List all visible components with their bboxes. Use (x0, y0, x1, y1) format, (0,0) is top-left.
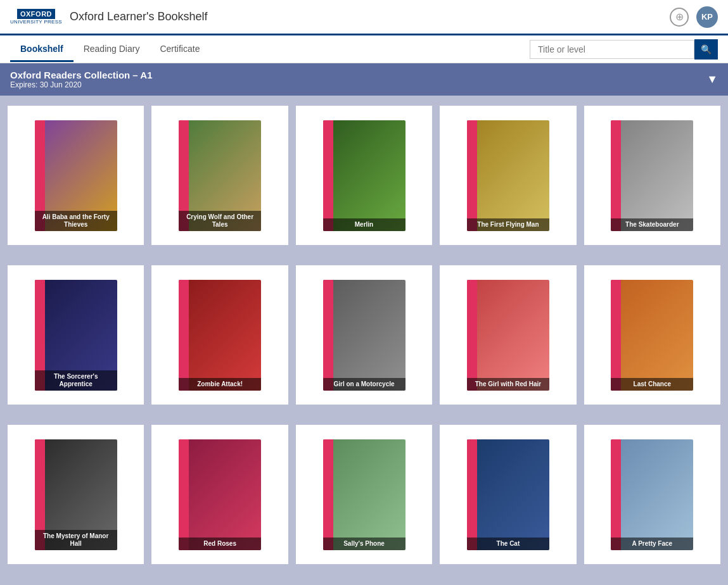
book-cover-ali-baba: Ali Baba and the Forty Thieves (35, 120, 117, 231)
book-row-1: The Sorcerer's ApprenticeZombie Attack!G… (0, 255, 728, 415)
header-icons: ⊕ KP (670, 6, 718, 28)
book-card-cat[interactable]: The Cat (440, 425, 576, 564)
book-title-sally: Sally's Phone (323, 538, 406, 550)
book-title-last-chance: Last Chance (611, 378, 693, 391)
book-cover-flying-man: The First Flying Man (467, 120, 549, 231)
book-title-pretty-face: A Pretty Face (611, 538, 693, 550)
collapse-button[interactable]: ▼ (706, 73, 718, 86)
book-spine-roses (179, 439, 189, 550)
book-title-sorcerer: The Sorcerer's Apprentice (35, 370, 117, 391)
tab-certificate[interactable]: Certificate (150, 37, 210, 62)
book-spine-last-chance (611, 280, 621, 391)
book-cover-skateboarder: The Skateboarder (611, 120, 693, 231)
book-card-sorcerer[interactable]: The Sorcerer's Apprentice (8, 265, 144, 405)
book-card-flying-man[interactable]: The First Flying Man (440, 106, 576, 245)
user-avatar[interactable]: KP (696, 6, 718, 28)
book-spine-pretty-face (611, 439, 621, 550)
tab-bookshelf[interactable]: Bookshelf (10, 37, 73, 62)
book-cover-cat: The Cat (467, 439, 549, 550)
book-title-flying-man: The First Flying Man (467, 218, 549, 231)
book-card-ali-baba[interactable]: Ali Baba and the Forty Thieves (8, 106, 144, 245)
book-card-last-chance[interactable]: Last Chance (584, 265, 720, 405)
nav-tabs: Bookshelf Reading Diary Certificate 🔍 (0, 35, 728, 63)
book-cover-mystery: The Mystery of Manor Hall (35, 439, 117, 550)
book-spine-motorcycle (323, 280, 333, 391)
collection-info: Oxford Readers Collection – A1 Expires: … (10, 70, 153, 89)
book-card-crying-wolf[interactable]: Crying Wolf and Other Tales (151, 106, 288, 245)
book-cover-crying-wolf: Crying Wolf and Other Tales (179, 120, 261, 231)
collection-banner: Oxford Readers Collection – A1 Expires: … (0, 63, 728, 96)
book-cover-roses: Red Roses (179, 439, 261, 550)
book-spine-red-hair (467, 280, 477, 391)
book-spine-cat (467, 439, 477, 550)
book-card-merlin[interactable]: Merlin (296, 106, 432, 245)
book-card-mystery[interactable]: The Mystery of Manor Hall (8, 425, 144, 564)
book-title-roses: Red Roses (179, 538, 261, 550)
search-area: 🔍 (530, 39, 718, 60)
book-row-0: Ali Baba and the Forty ThievesCrying Wol… (0, 96, 728, 255)
book-spine-merlin (323, 120, 333, 231)
book-card-zombie[interactable]: Zombie Attack! (151, 265, 288, 405)
books-container: Ali Baba and the Forty ThievesCrying Wol… (0, 96, 728, 574)
oxford-logo: OXFORD UNIVERSITY PRESS (10, 9, 62, 25)
book-cover-pretty-face: A Pretty Face (611, 439, 693, 550)
book-card-red-hair[interactable]: The Girl with Red Hair (440, 265, 576, 405)
book-spine-zombie (179, 280, 189, 391)
logo-press: UNIVERSITY PRESS (10, 19, 62, 25)
book-title-crying-wolf: Crying Wolf and Other Tales (179, 211, 261, 231)
book-title-motorcycle: Girl on a Motorcycle (323, 378, 406, 391)
book-spine-skateboarder (611, 120, 621, 231)
search-button[interactable]: 🔍 (694, 39, 718, 60)
book-spine-flying-man (467, 120, 477, 231)
book-title-ali-baba: Ali Baba and the Forty Thieves (35, 211, 117, 231)
book-title-merlin: Merlin (323, 218, 406, 231)
book-spine-sally (323, 439, 333, 550)
book-row-2: The Mystery of Manor HallRed RosesSally'… (0, 415, 728, 574)
app-title: Oxford Learner's Bookshelf (70, 10, 670, 23)
book-cover-merlin: Merlin (323, 120, 406, 231)
logo-oxford: OXFORD (17, 9, 55, 19)
book-cover-sally: Sally's Phone (323, 439, 406, 550)
book-title-skateboarder: The Skateboarder (611, 218, 693, 231)
book-cover-zombie: Zombie Attack! (179, 280, 261, 391)
search-input[interactable] (530, 40, 694, 59)
collection-expires: Expires: 30 Jun 2020 (10, 80, 153, 89)
book-card-pretty-face[interactable]: A Pretty Face (584, 425, 720, 564)
book-title-red-hair: The Girl with Red Hair (467, 378, 549, 391)
book-cover-motorcycle: Girl on a Motorcycle (323, 280, 406, 391)
collection-title: Oxford Readers Collection – A1 (10, 70, 153, 80)
book-card-skateboarder[interactable]: The Skateboarder (584, 106, 720, 245)
globe-icon[interactable]: ⊕ (670, 8, 689, 27)
header: OXFORD UNIVERSITY PRESS Oxford Learner's… (0, 0, 728, 35)
book-title-zombie: Zombie Attack! (179, 378, 261, 391)
book-card-sally[interactable]: Sally's Phone (296, 425, 432, 564)
book-card-roses[interactable]: Red Roses (151, 425, 288, 564)
book-cover-last-chance: Last Chance (611, 280, 693, 391)
book-cover-red-hair: The Girl with Red Hair (467, 280, 549, 391)
book-title-mystery: The Mystery of Manor Hall (35, 530, 117, 550)
book-title-cat: The Cat (467, 538, 549, 550)
book-card-motorcycle[interactable]: Girl on a Motorcycle (296, 265, 432, 405)
tab-reading-diary[interactable]: Reading Diary (73, 37, 150, 62)
book-cover-sorcerer: The Sorcerer's Apprentice (35, 280, 117, 391)
